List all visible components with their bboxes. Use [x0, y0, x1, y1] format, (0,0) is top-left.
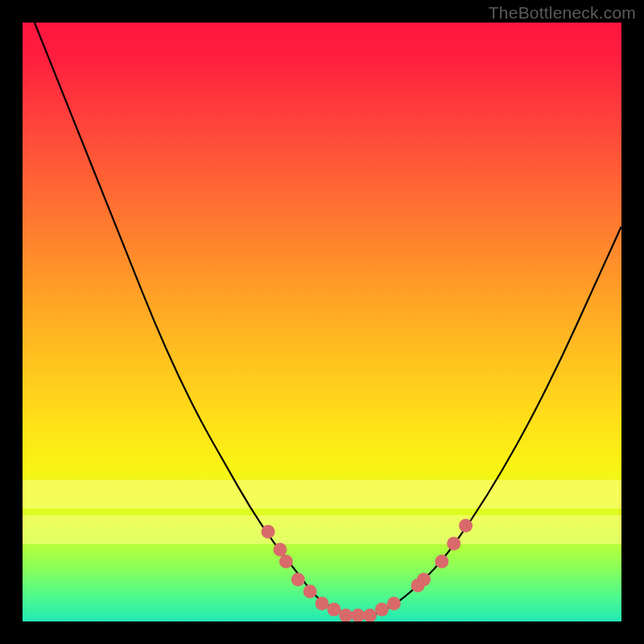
bottleneck-curve-path	[35, 23, 621, 616]
chart-plot-area	[23, 23, 621, 621]
marker-group	[262, 518, 473, 621]
watermark-text: TheBottleneck.com	[489, 3, 636, 23]
marker-dot	[351, 609, 365, 621]
chart-svg	[23, 23, 621, 621]
marker-dot	[459, 518, 473, 532]
marker-dot	[291, 572, 305, 586]
marker-dot	[375, 603, 389, 617]
marker-dot	[273, 543, 287, 556]
marker-dot	[262, 525, 275, 539]
marker-dot	[339, 609, 353, 621]
marker-dot	[417, 572, 431, 586]
marker-dot	[447, 537, 460, 551]
marker-dot	[303, 584, 317, 598]
marker-dot	[327, 603, 341, 617]
marker-dot	[387, 597, 401, 610]
marker-dot	[435, 555, 448, 568]
marker-dot	[363, 609, 377, 621]
marker-dot	[279, 555, 293, 568]
marker-dot	[316, 597, 329, 610]
